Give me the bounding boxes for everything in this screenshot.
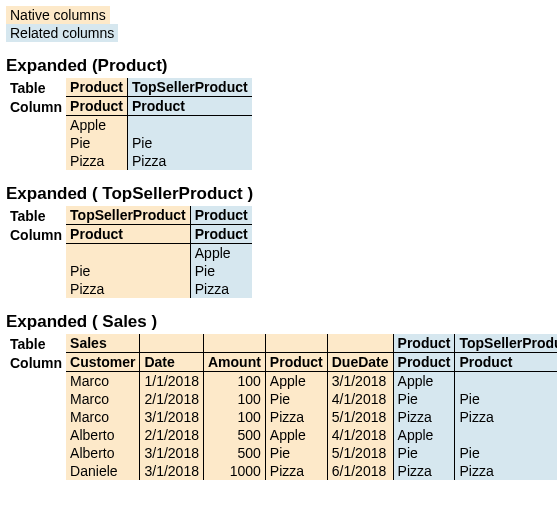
table-row: Alberto2/1/2018500Apple4/1/2018Apple (6, 426, 557, 444)
hdr-t1-0-table: Product (66, 78, 127, 97)
title-sales: Expanded ( Sales ) (6, 312, 551, 332)
table-topseller: Table TopSellerProduct Product Column Pr… (6, 206, 252, 298)
table-row: Alberto3/1/2018500Pie5/1/2018PiePie (6, 444, 557, 462)
section-sales: Expanded ( Sales ) Table Sales Product T… (6, 312, 551, 480)
table-row: Apple (6, 244, 252, 263)
table-row: PizzaPizza (6, 152, 252, 170)
table-product: Table Product TopSellerProduct Column Pr… (6, 78, 252, 170)
row-label-table: Table (6, 78, 66, 97)
title-product: Expanded (Product) (6, 56, 551, 76)
hdr-t1-1-table: TopSellerProduct (128, 78, 252, 97)
table-sales: Table Sales Product TopSellerProduct Col… (6, 334, 557, 480)
title-topseller: Expanded ( TopSellerProduct ) (6, 184, 551, 204)
table-row: PiePie (6, 262, 252, 280)
table-row: Marco3/1/2018100Pizza5/1/2018PizzaPizza (6, 408, 557, 426)
legend-related: Related columns (6, 24, 118, 42)
legend: Native columns Related columns (6, 6, 551, 42)
table-row: Marco2/1/2018100Pie4/1/2018PiePie (6, 390, 557, 408)
table-row: Apple (6, 116, 252, 135)
row-label-column: Column (6, 97, 66, 116)
table-row: PizzaPizza (6, 280, 252, 298)
section-product: Expanded (Product) Table Product TopSell… (6, 56, 551, 170)
hdr-t1-0-col: Product (66, 97, 127, 116)
legend-native: Native columns (6, 6, 110, 24)
table-row: PiePie (6, 134, 252, 152)
table-row: Daniele3/1/20181000Pizza6/1/2018PizzaPiz… (6, 462, 557, 480)
hdr-t1-1-col: Product (128, 97, 252, 116)
table-row: Marco1/1/2018100Apple3/1/2018Apple (6, 372, 557, 391)
section-topseller: Expanded ( TopSellerProduct ) Table TopS… (6, 184, 551, 298)
